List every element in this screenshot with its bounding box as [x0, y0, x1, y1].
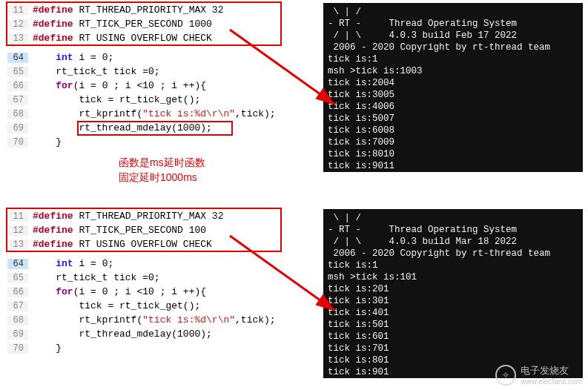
code-line: 65 rt_tick_t tick =0;	[7, 271, 311, 285]
code-text: tick = rt_tick_get();	[28, 300, 200, 311]
code-line: 68 rt_kprintf("tick is:%d\r\n",tick);	[7, 107, 311, 121]
annotation-line1: 函数是ms延时函数	[119, 156, 205, 171]
code-line: 13#define RT USING OVERFLOW CHECK	[7, 237, 311, 251]
code-line: 65 rt_tick_t tick =0;	[7, 65, 311, 79]
line-number: 12	[7, 225, 28, 236]
code-text: tick = rt_tick_get();	[28, 94, 200, 105]
code-text: rt_tick_t tick =0;	[28, 66, 160, 77]
code-line: 64 int i = 0;	[7, 257, 311, 271]
line-number: 69	[7, 329, 28, 340]
line-number: 67	[7, 95, 28, 105]
line-number: 64	[7, 53, 28, 63]
code-line: 70 }	[7, 341, 311, 355]
code-line: 70 }	[7, 135, 311, 149]
line-number: 12	[7, 19, 28, 30]
code-text: }	[28, 136, 62, 148]
line-number: 70	[7, 137, 28, 148]
line-number: 65	[7, 67, 28, 77]
code-line: 12#define RT_TICK_PER_SECOND 1000	[7, 17, 311, 31]
annotation-line2: 固定延时1000ms	[119, 171, 205, 185]
watermark-url: www.elecfans.com	[521, 377, 582, 386]
code-text: rt_thread_mdelay(1000);	[28, 328, 212, 340]
line-number: 69	[7, 123, 28, 133]
watermark: ✧ 电子发烧友 www.elecfans.com	[495, 364, 582, 386]
code-text: #define RT_TICK_PER_SECOND 100	[28, 225, 206, 236]
code-line: 66 for(i = 0 ; i <10 ; i ++){	[7, 285, 311, 299]
line-number: 11	[7, 5, 28, 16]
code-line: 67 tick = rt_tick_get();	[7, 93, 311, 107]
watermark-icon: ✧	[495, 365, 516, 386]
code-line: 66 for(i = 0 ; i <10 ; i ++){	[7, 79, 311, 93]
line-number: 68	[7, 315, 28, 325]
line-number: 68	[7, 109, 28, 119]
code-text: #define RT USING OVERFLOW CHECK	[28, 33, 212, 44]
code-line: 68 rt_kprintf("tick is:%d\r\n",tick);	[7, 313, 311, 327]
code-text: for(i = 0 ; i <10 ; i ++){	[28, 286, 206, 297]
line-number: 64	[7, 259, 28, 269]
annotation-text: 函数是ms延时函数 固定延时1000ms	[119, 156, 205, 185]
code-snippet-main-bottom: 64 int i = 0;65 rt_tick_t tick =0;66 for…	[7, 257, 311, 355]
terminal-output-top: \ | / - RT - Thread Operating System / |…	[323, 3, 583, 172]
code-text: int i = 0;	[28, 258, 113, 269]
code-snippet-defines-top: 11#define RT_THREAD_PRIORITY_MAX 3212#de…	[7, 3, 311, 45]
code-snippet-defines-bottom: 11#define RT_THREAD_PRIORITY_MAX 3212#de…	[7, 209, 311, 251]
code-line: 69 rt_thread_mdelay(1000);	[7, 121, 311, 135]
line-number: 11	[7, 211, 28, 222]
code-text: #define RT USING OVERFLOW CHECK	[28, 239, 212, 250]
code-line: 13#define RT USING OVERFLOW CHECK	[7, 31, 311, 45]
code-text: #define RT_TICK_PER_SECOND 1000	[28, 19, 212, 30]
watermark-brand: 电子发烧友	[521, 364, 582, 377]
code-text: int i = 0;	[28, 52, 113, 63]
code-line: 64 int i = 0;	[7, 50, 311, 65]
code-text: rt_thread_mdelay(1000);	[28, 122, 212, 133]
line-number: 13	[7, 33, 28, 44]
line-number: 65	[7, 273, 28, 283]
line-number: 70	[7, 343, 28, 354]
code-text: for(i = 0 ; i <10 ; i ++){	[28, 80, 206, 91]
line-number: 66	[7, 81, 28, 91]
terminal-output-bottom: \ | / - RT - Thread Operating System / |…	[323, 209, 583, 378]
code-text: }	[28, 343, 62, 354]
code-text: #define RT_THREAD_PRIORITY_MAX 32	[28, 4, 223, 16]
code-snippet-main-top: 64 int i = 0;65 rt_tick_t tick =0;66 for…	[7, 50, 311, 149]
code-line: 11#define RT_THREAD_PRIORITY_MAX 32	[7, 3, 311, 17]
code-line: 69 rt_thread_mdelay(1000);	[7, 327, 311, 341]
code-text: #define RT_THREAD_PRIORITY_MAX 32	[28, 211, 223, 222]
line-number: 66	[7, 287, 28, 297]
code-text: rt_kprintf("tick is:%d\r\n",tick);	[28, 108, 276, 119]
code-text: rt_tick_t tick =0;	[28, 272, 160, 283]
code-line: 67 tick = rt_tick_get();	[7, 299, 311, 313]
line-number: 13	[7, 239, 28, 250]
code-line: 11#define RT_THREAD_PRIORITY_MAX 32	[7, 209, 311, 223]
line-number: 67	[7, 301, 28, 311]
code-line: 12#define RT_TICK_PER_SECOND 100	[7, 223, 311, 237]
code-text: rt_kprintf("tick is:%d\r\n",tick);	[28, 314, 276, 325]
